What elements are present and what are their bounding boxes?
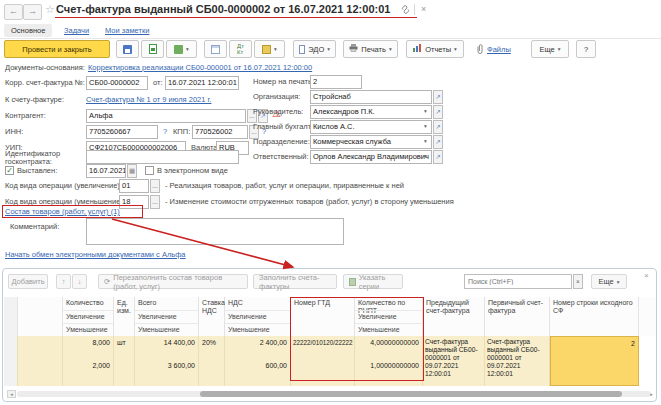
- files-link[interactable]: Файлы: [487, 44, 511, 56]
- column-primary-invoice[interactable]: Первичный счет-фактура: [485, 297, 550, 336]
- chevron-down-icon[interactable]: ▾: [424, 108, 427, 114]
- registers-button[interactable]: ▾: [254, 40, 285, 58]
- print-number-field[interactable]: 2: [310, 75, 362, 89]
- column-gtd[interactable]: Номер ГТД: [291, 297, 355, 336]
- panel-more-button[interactable]: Еще ▾: [591, 274, 627, 289]
- column-source-line[interactable]: Номер строки исходного СФ: [550, 297, 639, 336]
- reports-menu-button[interactable]: Отчеты ▾: [406, 40, 464, 58]
- to-invoice-link[interactable]: Счет-фактура № 1 от 9 июля 2021 г.: [86, 94, 211, 106]
- tab-notes[interactable]: Мои заметки: [105, 25, 149, 37]
- gov-contract-field[interactable]: [86, 150, 239, 164]
- issued-checkbox[interactable]: ✓: [5, 166, 14, 175]
- move-down-button[interactable]: ↓: [72, 274, 87, 289]
- inn-field[interactable]: 7705260667: [86, 125, 158, 139]
- row-gutter[interactable]: [4, 336, 18, 386]
- head-field[interactable]: Александров П.К.: [310, 105, 432, 119]
- post-document-button[interactable]: [141, 40, 164, 58]
- h-scrollbar-thumb[interactable]: [200, 391, 622, 397]
- corr-invoice-number-field[interactable]: СБ00-0000002: [86, 76, 148, 90]
- column-vat[interactable]: НДС Увеличение Уменьшение: [225, 297, 291, 336]
- docs-base-link[interactable]: Корректировка реализации СБ00-000001 от …: [88, 62, 312, 74]
- column-prev-invoice[interactable]: Предыдущий счет-фактура: [423, 297, 485, 336]
- column-total[interactable]: Всего Увеличение Уменьшение: [135, 297, 199, 336]
- edo-menu-button[interactable]: ЭДО ▾: [293, 40, 336, 58]
- tab-tasks[interactable]: Задачи: [64, 25, 89, 37]
- chevron-down-icon[interactable]: ▾: [424, 153, 427, 159]
- electronic-checkbox[interactable]: [145, 166, 154, 175]
- move-up-button[interactable]: ↑: [56, 274, 71, 289]
- nav-back-button[interactable]: ←: [4, 4, 23, 20]
- cell-rnpt[interactable]: 4,00000000000 1,00000000000: [355, 336, 423, 386]
- kpp-field[interactable]: 770526002: [192, 125, 248, 139]
- op-code-inc-field[interactable]: 01: [119, 179, 149, 193]
- head-open-button[interactable]: ↗: [433, 105, 443, 119]
- cell-prev-invoice[interactable]: Счет-фактура выданный СБ00-0000001 от 09…: [423, 336, 485, 386]
- nav-forward-button[interactable]: →: [23, 4, 42, 20]
- op-code-dec-choose-button[interactable]: ...: [150, 195, 160, 209]
- column-marker[interactable]: [18, 297, 63, 336]
- create-based-on-button[interactable]: ▾: [166, 40, 197, 58]
- column-qty[interactable]: Количество Увеличение Уменьшение: [63, 297, 114, 336]
- column-rnpt[interactable]: Количество по РНПТ Увеличение Уменьшение: [355, 297, 423, 336]
- add-row-button[interactable]: Добавить: [8, 274, 48, 289]
- corr-invoice-date-field[interactable]: 16.07.2021 12:00:01: [165, 76, 239, 90]
- goods-contents-link[interactable]: Состав товаров (работ, услуг) (1): [5, 206, 120, 218]
- chevron-down-icon[interactable]: ▾: [424, 123, 427, 129]
- journal-icon: [262, 45, 271, 54]
- cell-marker[interactable]: [18, 336, 63, 386]
- page-title: Счет-фактура выданный СБ00-0000002 от 16…: [56, 3, 390, 15]
- print-menu-button[interactable]: Печать ▾: [343, 40, 398, 58]
- comment-field[interactable]: [86, 218, 344, 245]
- issued-date-field[interactable]: 16.07.2021: [86, 164, 126, 178]
- chevron-down-icon: ▾: [274, 46, 277, 52]
- cell-gtd[interactable]: 22222/010120/22222: [291, 336, 355, 386]
- department-field[interactable]: Коммерческая служба: [310, 135, 432, 149]
- accountant-field[interactable]: Кислов А.С.: [310, 120, 432, 134]
- column-vat-rate[interactable]: Ставка НДС: [199, 297, 225, 336]
- counterparty-label: Контрагент:: [5, 110, 46, 122]
- column-unit[interactable]: Ед. изм.: [114, 297, 135, 336]
- inn-help-icon[interactable]: ?: [163, 126, 167, 138]
- scroll-right-button[interactable]: ▸: [647, 390, 656, 398]
- refill-contents-button[interactable]: ⟳ Перезаполнить состав товаров (работ, у…: [98, 274, 248, 289]
- favorite-star-icon[interactable]: ☆: [45, 3, 55, 16]
- op-code-dec-field[interactable]: 18: [119, 195, 149, 209]
- tab-main[interactable]: Основное: [4, 24, 52, 37]
- subordination-structure-button[interactable]: ДтКт: [229, 40, 252, 58]
- accountant-open-button[interactable]: ↗: [433, 120, 443, 134]
- document-movements-icon: [211, 45, 220, 54]
- scroll-left-button[interactable]: ◂: [7, 390, 16, 398]
- window-close-icon[interactable]: ×: [421, 4, 426, 14]
- search-clear-button[interactable]: ×: [573, 274, 583, 289]
- edo-exchange-link[interactable]: Начать обмен электронными документами с …: [5, 249, 186, 261]
- cell-unit[interactable]: шт: [114, 336, 135, 386]
- panel-close-icon[interactable]: ×: [644, 271, 649, 280]
- fill-invoices-button[interactable]: Заполнить счета-фактуры: [253, 274, 337, 289]
- post-and-close-button[interactable]: Провести и закрыть: [4, 40, 110, 58]
- calendar-icon[interactable]: ▦: [127, 164, 137, 178]
- specify-series-button[interactable]: Указать серии: [343, 274, 403, 289]
- op-code-inc-choose-button[interactable]: ...: [150, 179, 160, 193]
- counterparty-field[interactable]: Альфа: [86, 109, 246, 123]
- cell-source-line-selected[interactable]: 2: [550, 336, 639, 386]
- organization-open-button[interactable]: ↗: [433, 90, 443, 104]
- cell-total[interactable]: 14 400,00 3 600,00: [135, 336, 199, 386]
- search-input[interactable]: [464, 274, 572, 289]
- copy-link-icon[interactable]: [401, 5, 410, 16]
- responsible-open-button[interactable]: ↗: [433, 150, 443, 164]
- cell-vat-rate[interactable]: 20%: [199, 336, 225, 386]
- help-button[interactable]: ?: [576, 40, 596, 58]
- cell-qty[interactable]: 8,000 2,000: [63, 336, 114, 386]
- cell-primary-invoice[interactable]: Счет-фактура выданный СБ00-0000001 от 09…: [485, 336, 550, 386]
- docs-base-label: Документы-основания:: [5, 62, 85, 74]
- subheader-decrease: Уменьшение: [355, 323, 422, 336]
- cell-vat[interactable]: 2 400,00 600,00: [225, 336, 291, 386]
- document-movements-button[interactable]: [204, 40, 227, 58]
- department-open-button[interactable]: ↗: [433, 135, 443, 149]
- subheader-increase: Увеличение: [225, 310, 290, 323]
- responsible-field[interactable]: Орлов Александр Владимирович: [310, 150, 432, 164]
- save-button[interactable]: [116, 40, 139, 58]
- chevron-down-icon[interactable]: ▾: [424, 138, 427, 144]
- organization-field[interactable]: Стройснаб: [310, 90, 432, 104]
- more-menu-button[interactable]: Еще ▾: [531, 40, 569, 58]
